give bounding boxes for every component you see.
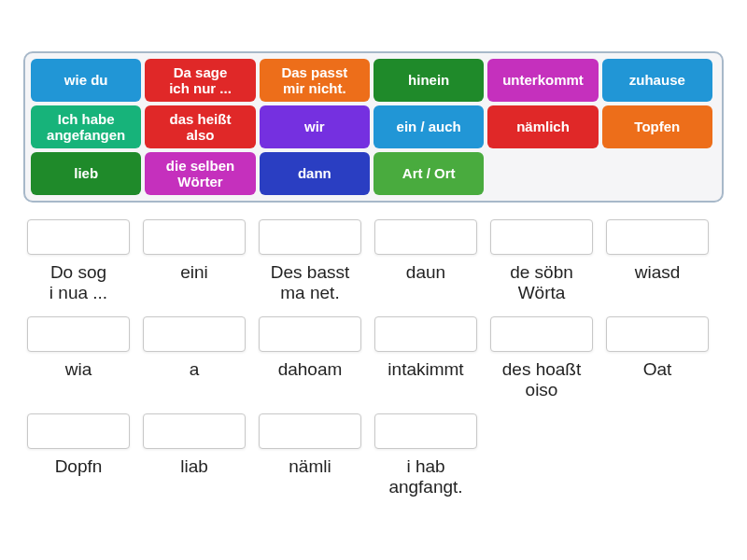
target-label: de söbn Wörta bbox=[510, 262, 573, 303]
target-item: intakimmt bbox=[374, 316, 477, 400]
drop-slot[interactable] bbox=[27, 413, 130, 449]
drop-slot[interactable] bbox=[490, 316, 593, 352]
target-item: Dopfn bbox=[27, 413, 130, 497]
word-tile[interactable]: Art / Ort bbox=[374, 152, 484, 195]
target-item: eini bbox=[143, 219, 246, 303]
target-label: Do sog i nua ... bbox=[49, 262, 107, 303]
target-item: daun bbox=[374, 219, 477, 303]
target-item: liab bbox=[143, 413, 246, 497]
drop-slot[interactable] bbox=[490, 219, 593, 255]
word-tile[interactable]: dann bbox=[260, 152, 370, 195]
drop-slot[interactable] bbox=[27, 219, 130, 255]
target-label: a bbox=[190, 359, 200, 400]
word-tile[interactable]: Ich habe angefangen bbox=[31, 105, 141, 148]
target-label: dahoam bbox=[278, 359, 343, 400]
target-label: wiasd bbox=[635, 262, 681, 303]
target-label: Dopfn bbox=[55, 456, 103, 497]
target-label: i hab angfangt. bbox=[388, 456, 462, 497]
word-tile[interactable]: wir bbox=[260, 105, 370, 148]
drop-slot[interactable] bbox=[259, 413, 361, 449]
drop-slot[interactable] bbox=[143, 219, 246, 255]
word-tile[interactable]: nämlich bbox=[487, 105, 598, 148]
target-item: Oat bbox=[606, 316, 709, 400]
target-item: a bbox=[143, 316, 246, 400]
word-tile[interactable]: lieb bbox=[31, 152, 141, 195]
target-label: des hoaßt oiso bbox=[502, 359, 582, 400]
drop-slot[interactable] bbox=[27, 316, 130, 352]
drop-slot[interactable] bbox=[259, 219, 361, 255]
target-item: wiasd bbox=[606, 219, 709, 303]
word-tile[interactable]: zuhause bbox=[602, 59, 712, 102]
word-tile[interactable]: Topfen bbox=[602, 105, 712, 148]
word-tile[interactable]: hinein bbox=[374, 59, 484, 102]
word-tile[interactable]: die selben Wörter bbox=[145, 152, 255, 195]
drop-slot[interactable] bbox=[143, 413, 246, 449]
targets-grid: Do sog i nua ...einiDes basst ma net.dau… bbox=[23, 219, 724, 497]
target-label: intakimmt bbox=[388, 359, 463, 400]
target-item: dahoam bbox=[259, 316, 361, 400]
drop-slot[interactable] bbox=[259, 316, 361, 352]
word-bank: wie duDa sage ich nur ...Das passt mir n… bbox=[23, 51, 724, 203]
target-item: Do sog i nua ... bbox=[27, 219, 130, 303]
word-tile[interactable]: wie du bbox=[31, 59, 141, 102]
word-tile[interactable]: unterkommt bbox=[487, 59, 598, 102]
word-tile[interactable]: Da sage ich nur ... bbox=[145, 59, 255, 102]
target-label: nämli bbox=[289, 456, 331, 497]
word-tile[interactable]: ein / auch bbox=[374, 105, 484, 148]
target-item: i hab angfangt. bbox=[374, 413, 477, 497]
drop-slot[interactable] bbox=[606, 316, 709, 352]
target-item: des hoaßt oiso bbox=[490, 316, 593, 400]
target-item: wia bbox=[27, 316, 130, 400]
drop-slot[interactable] bbox=[143, 316, 246, 352]
word-tile[interactable]: Das passt mir nicht. bbox=[260, 59, 370, 102]
target-label: Oat bbox=[643, 359, 672, 400]
target-item: de söbn Wörta bbox=[490, 219, 593, 303]
target-item: Des basst ma net. bbox=[259, 219, 361, 303]
drop-slot[interactable] bbox=[374, 316, 477, 352]
target-label: Des basst ma net. bbox=[271, 262, 349, 303]
target-label: liab bbox=[180, 456, 208, 497]
target-item: nämli bbox=[259, 413, 361, 497]
word-tile[interactable]: das heißt also bbox=[145, 105, 255, 148]
drop-slot[interactable] bbox=[374, 413, 477, 449]
target-label: wia bbox=[65, 359, 92, 400]
drop-slot[interactable] bbox=[606, 219, 709, 255]
drop-slot[interactable] bbox=[374, 219, 477, 255]
target-label: eini bbox=[180, 262, 208, 303]
target-label: daun bbox=[406, 262, 445, 303]
